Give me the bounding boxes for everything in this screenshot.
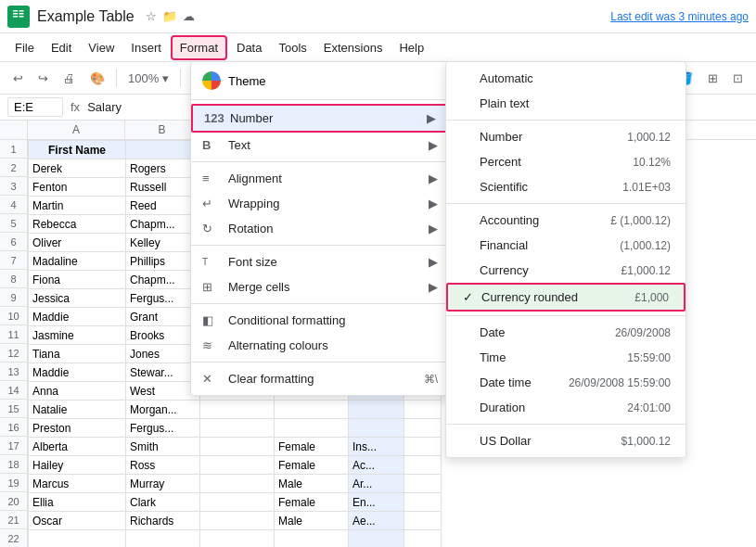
cell-e18[interactable]: Ac...: [349, 456, 404, 475]
cell-b19[interactable]: Murray: [126, 475, 200, 493]
cell-d16[interactable]: [275, 419, 349, 438]
cell-f16[interactable]: [404, 419, 442, 438]
cell-d22[interactable]: [275, 530, 349, 548]
cell-a1[interactable]: First Name: [29, 141, 126, 159]
percent-item[interactable]: Percent 10.12%: [446, 149, 686, 174]
cell-a2[interactable]: Derek: [29, 159, 126, 178]
menu-format[interactable]: Format: [171, 35, 227, 60]
cell-e22[interactable]: [349, 530, 404, 548]
cell-e15[interactable]: [349, 401, 404, 419]
time-item[interactable]: Time 15:59:00: [446, 345, 686, 370]
folder-icon[interactable]: 📁: [162, 9, 177, 23]
cell-a9[interactable]: Jessica: [29, 289, 126, 308]
cell-b14[interactable]: West: [126, 382, 200, 401]
cell-d21[interactable]: Male: [275, 512, 349, 530]
datetime-item[interactable]: Date time 26/09/2008 15:59:00: [446, 370, 686, 395]
cell-a20[interactable]: Ellia: [29, 493, 126, 512]
cell-c20[interactable]: [200, 493, 275, 512]
cell-a14[interactable]: Anna: [29, 382, 126, 401]
cell-e17[interactable]: Ins...: [349, 438, 404, 456]
cell-f17[interactable]: [404, 438, 442, 456]
menu-edit[interactable]: Edit: [44, 37, 79, 58]
cell-b21[interactable]: Richards: [126, 512, 200, 530]
cell-c18[interactable]: [200, 456, 275, 475]
cell-a16[interactable]: Preston: [29, 419, 126, 438]
cell-a8[interactable]: Fiona: [29, 271, 126, 289]
cell-c19[interactable]: [200, 475, 275, 493]
cell-b6[interactable]: Kelley: [126, 234, 200, 252]
cell-e21[interactable]: Ae...: [349, 512, 404, 530]
alignment-item[interactable]: ≡ Alignment ▶: [191, 166, 449, 191]
font-size-item[interactable]: T Font size ▶: [191, 249, 449, 274]
cell-a5[interactable]: Rebecca: [29, 215, 126, 234]
cell-d17[interactable]: Female: [275, 438, 349, 456]
wrapping-item[interactable]: ↵ Wrapping ▶: [191, 191, 449, 216]
cell-a15[interactable]: Natalie: [29, 401, 126, 419]
usdollar-item[interactable]: US Dollar $1,000.12: [446, 428, 686, 453]
scientific-item[interactable]: Scientific 1.01E+03: [446, 174, 686, 199]
cell-b8[interactable]: Chapm...: [126, 271, 200, 289]
cell-d15[interactable]: [275, 401, 349, 419]
borders-button[interactable]: ⊞: [702, 69, 724, 88]
cell-b10[interactable]: Grant: [126, 308, 200, 326]
cell-b3[interactable]: Russell: [126, 178, 200, 197]
menu-data[interactable]: Data: [229, 37, 269, 58]
date-item[interactable]: Date 26/09/2008: [446, 320, 686, 345]
cell-c17[interactable]: [200, 438, 275, 456]
number-item[interactable]: 123 Number ▶: [191, 104, 449, 133]
cell-f15[interactable]: [404, 401, 442, 419]
menu-view[interactable]: View: [81, 37, 122, 58]
currency-rounded-item[interactable]: ✓ Currency rounded £1,000: [446, 283, 686, 312]
cell-a17[interactable]: Alberta: [29, 438, 126, 456]
zoom-control[interactable]: 100% ▾: [122, 69, 174, 88]
cell-f20[interactable]: [404, 493, 442, 512]
financial-item[interactable]: Financial (1,000.12): [446, 233, 686, 258]
col-header-b[interactable]: B: [125, 121, 199, 139]
menu-tools[interactable]: Tools: [271, 37, 314, 58]
menu-extensions[interactable]: Extensions: [316, 37, 391, 58]
text-item[interactable]: B Text ▶: [191, 133, 449, 158]
cell-b20[interactable]: Clark: [126, 493, 200, 512]
cell-e19[interactable]: Ar...: [349, 475, 404, 493]
cell-b9[interactable]: Fergus...: [126, 289, 200, 308]
conditional-formatting-item[interactable]: ◧ Conditional formatting: [191, 308, 449, 333]
cell-a10[interactable]: Maddie: [29, 308, 126, 326]
merge-cells-item[interactable]: ⊞ Merge cells ▶: [191, 274, 449, 299]
rotation-item[interactable]: ↻ Rotation ▶: [191, 216, 449, 241]
cell-b18[interactable]: Ross: [126, 456, 200, 475]
cell-f18[interactable]: [404, 456, 442, 475]
cell-c16[interactable]: [200, 419, 275, 438]
cell-d20[interactable]: Female: [275, 493, 349, 512]
cell-a6[interactable]: Oliver: [29, 234, 126, 252]
theme-item[interactable]: Theme: [191, 66, 449, 95]
cloud-icon[interactable]: ☁: [183, 9, 195, 23]
cell-c15[interactable]: [200, 401, 275, 419]
plain-text-item[interactable]: Plain text: [446, 91, 686, 116]
undo-button[interactable]: ↩: [7, 69, 29, 88]
automatic-item[interactable]: Automatic: [446, 66, 686, 91]
cell-b4[interactable]: Reed: [126, 197, 200, 215]
cell-a18[interactable]: Hailey: [29, 456, 126, 475]
cell-f22[interactable]: [404, 530, 442, 548]
cell-b22[interactable]: [126, 530, 200, 548]
cell-e16[interactable]: [349, 419, 404, 438]
cell-e20[interactable]: En...: [349, 493, 404, 512]
cell-a21[interactable]: Oscar: [29, 512, 126, 530]
clear-formatting-item[interactable]: ✕ Clear formatting ⌘\: [191, 366, 449, 391]
cell-a4[interactable]: Martin: [29, 197, 126, 215]
merge-button[interactable]: ⊡: [727, 69, 749, 88]
menu-help[interactable]: Help: [391, 37, 431, 58]
cell-a22[interactable]: [29, 530, 126, 548]
cell-a13[interactable]: Maddie: [29, 363, 126, 382]
cell-a11[interactable]: Jasmine: [29, 326, 126, 345]
cell-b15[interactable]: Morgan...: [126, 401, 200, 419]
cell-reference-input[interactable]: [7, 97, 63, 117]
cell-c22[interactable]: [200, 530, 275, 548]
print-button[interactable]: 🖨: [58, 69, 81, 88]
cell-b2[interactable]: Rogers: [126, 159, 200, 178]
duration-item[interactable]: Duration 24:01:00: [446, 395, 686, 420]
cell-a7[interactable]: Madaline: [29, 252, 126, 271]
cell-d18[interactable]: Female: [275, 456, 349, 475]
cell-b12[interactable]: Jones: [126, 345, 200, 363]
cell-b11[interactable]: Brooks: [126, 326, 200, 345]
